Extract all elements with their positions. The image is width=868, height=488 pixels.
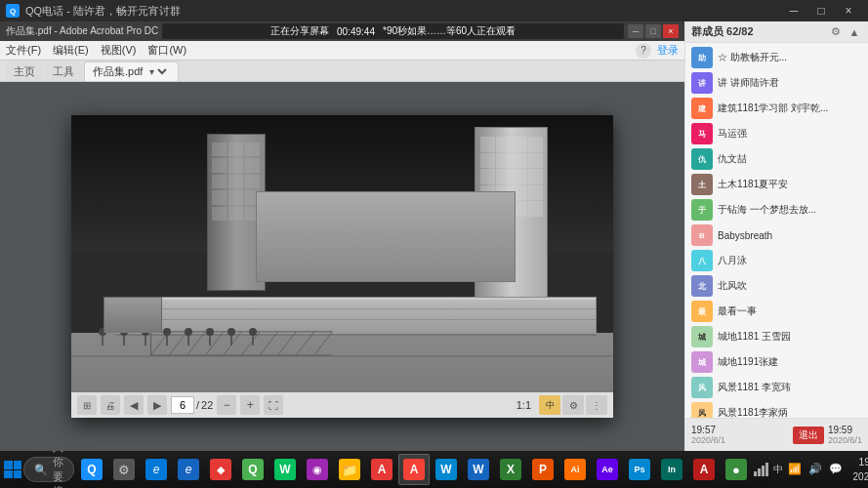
btn-zoom-out[interactable]: −: [217, 395, 236, 415]
taskbar-app-qq[interactable]: Q: [76, 454, 107, 485]
sharing-viewers: *90秒如果……等60人正在观看: [383, 24, 516, 38]
signal-level-text: 中: [773, 463, 783, 476]
page-number-input[interactable]: [171, 396, 194, 414]
member-item[interactable]: 风 风景1181 李宽玮: [685, 375, 868, 400]
btn-settings[interactable]: ⚙: [562, 395, 584, 415]
member-item[interactable]: 马 马运强: [685, 121, 868, 146]
btn-print[interactable]: 🖨: [101, 395, 120, 415]
sidebar-settings-icon[interactable]: ⚙: [828, 24, 844, 40]
tray-volume-icon[interactable]: 🔊: [806, 461, 824, 478]
member-name: Babysbreath: [718, 230, 862, 241]
member-item[interactable]: 最 最看一事: [685, 299, 868, 324]
menu-edit[interactable]: 编辑(E): [53, 43, 89, 58]
taskbar-app-chrome[interactable]: ●: [721, 454, 752, 485]
member-name: 城地1191张建: [718, 355, 862, 369]
member-name: 最看一事: [718, 305, 862, 318]
taskbar-app-cad[interactable]: A: [688, 454, 720, 485]
taskbar-app-9[interactable]: A: [366, 454, 397, 485]
member-item[interactable]: 北 北风吹: [685, 273, 868, 299]
btn-fit-page[interactable]: ⊞: [77, 395, 97, 415]
tab-dropdown[interactable]: ▾: [145, 65, 170, 78]
taskbar-app-excel[interactable]: X: [495, 454, 526, 485]
date2: 2020/6/1: [828, 435, 862, 445]
member-name: 风景1181 李宽玮: [718, 381, 862, 394]
menu-view[interactable]: 视图(V): [101, 43, 137, 58]
taskbar-app-7[interactable]: ◉: [302, 454, 333, 485]
member-name: 北风吹: [718, 279, 862, 293]
sidebar-date: 2020/6/1: [691, 435, 725, 445]
minimize-button[interactable]: ─: [780, 0, 807, 21]
member-item[interactable]: 仇 仇文喆: [685, 146, 868, 172]
pdf-minimize-btn[interactable]: ─: [628, 24, 643, 38]
member-name: 风景1181李家炳: [718, 406, 862, 418]
member-avatar: 建: [691, 98, 713, 119]
taskbar-app-edge[interactable]: e: [141, 454, 172, 485]
taskbar-app-11[interactable]: W: [431, 454, 462, 485]
clock-time: 19:57: [858, 455, 868, 469]
member-item[interactable]: 讲 讲 讲师陆许君: [685, 70, 868, 96]
member-name: ☆ 助教畅开元...: [718, 51, 862, 64]
taskbar-app-qqbrowser[interactable]: Q: [237, 454, 269, 485]
member-item[interactable]: 助 ☆ 助教畅开元...: [685, 45, 868, 70]
member-item[interactable]: B Babysbreath: [685, 223, 868, 248]
pdf-maximize-btn[interactable]: □: [645, 24, 661, 38]
clock-date: 2020/6/1: [853, 470, 868, 484]
taskbar-search-bar[interactable]: 🔍 在这里输入你要搜索的内容: [23, 457, 74, 482]
taskbar-app-ps[interactable]: Ps: [624, 454, 655, 485]
windows-logo-icon: [4, 461, 21, 478]
taskbar-app-ai[interactable]: Ai: [559, 454, 591, 485]
member-item[interactable]: 八 八月泳: [685, 248, 868, 273]
tab-portfolio[interactable]: 作品集.pdf ▾: [84, 61, 179, 81]
right-tools: 中 ⚙ ⋮: [539, 395, 607, 415]
member-name: 土木1181夏平安: [718, 178, 862, 191]
member-item[interactable]: 土 土木1181夏平安: [685, 172, 868, 197]
taskbar-app-settings[interactable]: ⚙: [108, 454, 140, 485]
menu-file[interactable]: 文件(F): [6, 43, 41, 58]
menu-window[interactable]: 窗口(W): [147, 43, 186, 58]
member-name: 仇文喆: [718, 152, 862, 166]
btn-prev[interactable]: ◀: [124, 395, 144, 415]
member-item[interactable]: 城 城地1181 王雪园: [685, 324, 868, 349]
btn-next[interactable]: ▶: [147, 395, 167, 415]
login-btn[interactable]: 登录: [657, 43, 679, 58]
member-avatar: 马: [691, 123, 713, 144]
taskbar-app-wechat[interactable]: W: [269, 454, 301, 485]
pdf-menu-bar: 文件(F) 编辑(E) 视图(V) 窗口(W) ? 登录: [0, 41, 684, 61]
tray-action-center-icon[interactable]: 💬: [827, 461, 845, 478]
pdf-close-btn[interactable]: ×: [663, 24, 679, 38]
sidebar-time: 19:57: [691, 425, 716, 435]
member-item[interactable]: 建 建筑1181学习部 刘宇乾...: [685, 96, 868, 121]
help-icon[interactable]: ?: [636, 43, 651, 59]
close-button[interactable]: ×: [835, 0, 862, 21]
taskbar-app-ie[interactable]: e: [173, 454, 204, 485]
member-avatar: 北: [691, 275, 713, 297]
member-item[interactable]: 城 城地1191张建: [685, 349, 868, 375]
tray-network-icon[interactable]: 📶: [786, 461, 804, 478]
member-avatar: 城: [691, 326, 713, 347]
member-item[interactable]: 风 风景1181李家炳: [685, 400, 868, 418]
btn-zoom-in[interactable]: +: [240, 395, 260, 415]
taskbar-app-acrobat[interactable]: A: [398, 454, 430, 485]
tab-home[interactable]: 主页: [6, 61, 43, 81]
sidebar: 群成员 62/82 ⚙ ▲ 助 ☆ 助教畅开元... 讲 讲 讲师陆许君: [684, 21, 868, 451]
taskbar-app-word[interactable]: W: [463, 454, 494, 485]
tab-tools[interactable]: 工具: [45, 61, 82, 81]
sidebar-bottom: 19:57 2020/6/1 退出 19:59 2020/6/1: [685, 418, 868, 451]
system-clock[interactable]: 19:57 2020/6/1: [847, 455, 868, 483]
exit-button[interactable]: 退出: [793, 427, 824, 444]
start-button[interactable]: [4, 454, 21, 485]
btn-fullscreen[interactable]: ⛶: [264, 395, 283, 415]
taskbar-app-18[interactable]: In: [656, 454, 687, 485]
member-avatar: 风: [691, 402, 713, 418]
taskbar-app-ae[interactable]: Ae: [592, 454, 623, 485]
member-item[interactable]: 于 于钻海 一个梦想去放...: [685, 197, 868, 223]
sidebar-expand-icon[interactable]: ▲: [847, 24, 862, 40]
maximize-button[interactable]: □: [807, 0, 835, 21]
sidebar-header: 群成员 62/82 ⚙ ▲: [685, 21, 868, 43]
taskbar-app-4[interactable]: ◆: [205, 454, 236, 485]
taskbar-app-explorer[interactable]: 📁: [334, 454, 365, 485]
btn-chinese-1[interactable]: 中: [539, 395, 560, 415]
btn-menu-dots[interactable]: ⋮: [586, 395, 607, 415]
zoom-level-value: 1:1: [513, 398, 535, 412]
taskbar-app-ppt[interactable]: P: [527, 454, 558, 485]
